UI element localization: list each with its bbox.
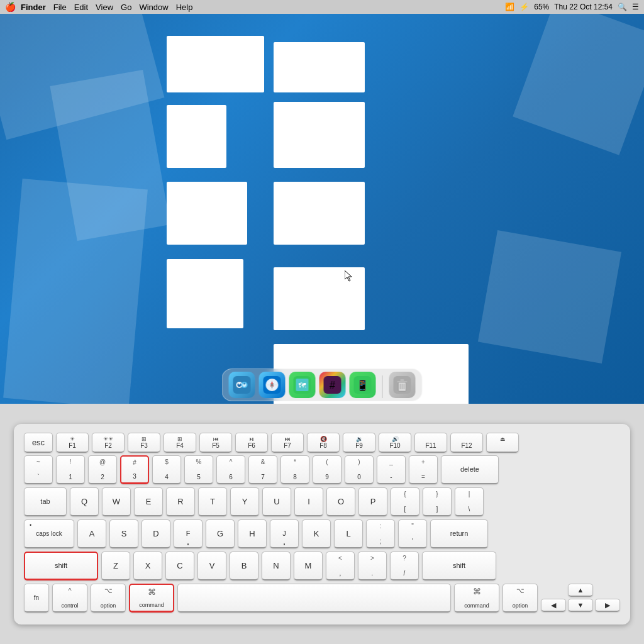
key-l[interactable]: L — [334, 519, 363, 548]
menu-view[interactable]: View — [96, 3, 113, 12]
dock-finder[interactable] — [229, 372, 255, 398]
key-command-right[interactable]: ⌘ command — [454, 584, 499, 613]
key-arrow-left[interactable]: ◀ — [541, 599, 566, 612]
key-y[interactable]: Y — [230, 487, 259, 516]
key-d[interactable]: D — [142, 519, 170, 548]
key-u[interactable]: U — [262, 487, 291, 516]
key-x[interactable]: X — [133, 552, 162, 580]
menu-edit[interactable]: Edit — [74, 3, 88, 12]
key-q[interactable]: Q — [70, 487, 99, 516]
key-f7[interactable]: ⏭F7 — [271, 433, 304, 453]
key-c[interactable]: C — [165, 552, 194, 580]
key-z[interactable]: Z — [101, 552, 130, 580]
key-f5[interactable]: ⏮F5 — [199, 433, 232, 453]
key-i[interactable]: I — [294, 487, 323, 516]
key-period[interactable]: >. — [358, 552, 387, 580]
key-eject[interactable]: ⏏ — [486, 433, 519, 453]
key-f10[interactable]: 🔊F10 — [379, 433, 411, 453]
fn-key-row: esc ☀F1 ☀☀F2 ⊞F3 ⊞F4 ⏮F5 ⏯F6 ⏭F7 🔇F8 🔉F9… — [24, 433, 620, 453]
key-f6[interactable]: ⏯F6 — [235, 433, 268, 453]
key-equals[interactable]: += — [409, 455, 438, 484]
dock-phone[interactable]: 📱 — [350, 372, 376, 398]
key-1[interactable]: !1 — [56, 455, 85, 484]
key-6[interactable]: ^6 — [216, 455, 245, 484]
key-arrow-down[interactable]: ▼ — [568, 599, 593, 612]
search-icon[interactable]: 🔍 — [618, 3, 627, 11]
key-7[interactable]: &7 — [248, 455, 277, 484]
key-f4[interactable]: ⊞F4 — [164, 433, 196, 453]
key-option-right[interactable]: ⌥ option — [502, 584, 538, 613]
dock-slack[interactable]: # — [319, 372, 346, 398]
key-m[interactable]: M — [294, 552, 323, 580]
key-shift-right[interactable]: shift — [422, 552, 496, 580]
key-space[interactable] — [177, 584, 451, 613]
key-w[interactable]: W — [102, 487, 131, 516]
apple-menu-icon[interactable]: 🍎 — [5, 2, 16, 12]
key-f9[interactable]: 🔉F9 — [343, 433, 375, 453]
key-f8[interactable]: 🔇F8 — [307, 433, 340, 453]
dock-safari[interactable] — [259, 372, 286, 398]
key-capslock[interactable]: • caps lock — [24, 519, 74, 548]
key-3[interactable]: #3 — [120, 455, 149, 484]
menubar-right: 📶 ⚡ 65% Thu 22 Oct 12:54 🔍 ☰ — [505, 3, 639, 11]
key-o[interactable]: O — [326, 487, 355, 516]
key-t[interactable]: T — [198, 487, 227, 516]
key-h[interactable]: H — [238, 519, 267, 548]
svg-rect-24 — [401, 379, 404, 381]
key-fn[interactable]: fn — [24, 584, 49, 613]
key-rbracket[interactable]: }] — [423, 487, 452, 516]
key-comma[interactable]: <, — [326, 552, 355, 580]
key-9[interactable]: (9 — [313, 455, 341, 484]
key-0[interactable]: )0 — [345, 455, 374, 484]
control-center-icon[interactable]: ☰ — [632, 3, 639, 11]
app-name[interactable]: Finder — [21, 3, 46, 12]
key-f12[interactable]: F12 — [450, 433, 483, 453]
menu-file[interactable]: File — [53, 3, 67, 12]
dock-trash[interactable] — [389, 372, 416, 398]
key-f3[interactable]: ⊞F3 — [128, 433, 160, 453]
key-f11[interactable]: F11 — [414, 433, 447, 453]
key-esc[interactable]: esc — [24, 433, 53, 453]
key-8[interactable]: *8 — [280, 455, 309, 484]
key-slash[interactable]: ?/ — [390, 552, 419, 580]
key-minus[interactable]: _- — [377, 455, 406, 484]
key-lbracket[interactable]: {[ — [391, 487, 419, 516]
key-delete[interactable]: delete — [441, 455, 499, 484]
key-r[interactable]: R — [166, 487, 195, 516]
key-a[interactable]: A — [77, 519, 106, 548]
key-f1[interactable]: ☀F1 — [56, 433, 89, 453]
key-arrow-right[interactable]: ▶ — [595, 599, 620, 612]
key-v[interactable]: V — [197, 552, 226, 580]
key-5[interactable]: %5 — [184, 455, 213, 484]
svg-rect-23 — [397, 381, 408, 382]
dock-maps[interactable]: 🗺 — [289, 372, 316, 398]
key-p[interactable]: P — [358, 487, 387, 516]
key-f[interactable]: F — [174, 519, 203, 548]
key-shift-left[interactable]: shift — [24, 552, 98, 580]
menu-window[interactable]: Window — [139, 3, 168, 12]
key-j[interactable]: J — [270, 519, 299, 548]
key-option-left[interactable]: ⌥ option — [91, 584, 126, 613]
key-arrow-up[interactable]: ▲ — [568, 584, 593, 597]
menu-help[interactable]: Help — [176, 3, 193, 12]
key-return[interactable]: return — [430, 519, 488, 548]
key-k[interactable]: K — [302, 519, 331, 548]
key-s[interactable]: S — [109, 519, 138, 548]
key-command-left[interactable]: ⌘ command — [129, 584, 174, 613]
menu-go[interactable]: Go — [121, 3, 131, 12]
key-tab[interactable]: tab — [24, 487, 67, 516]
zxcv-key-row: shift Z X C V B N M <, >. ?/ shift — [24, 552, 620, 580]
key-backslash[interactable]: |\ — [455, 487, 484, 516]
key-2[interactable]: @2 — [88, 455, 117, 484]
key-b[interactable]: B — [230, 552, 258, 580]
key-f2[interactable]: ☀☀F2 — [92, 433, 125, 453]
key-control[interactable]: ^ control — [52, 584, 87, 613]
key-quote[interactable]: "' — [398, 519, 427, 548]
key-e[interactable]: E — [134, 487, 163, 516]
key-semicolon[interactable]: :; — [366, 519, 395, 548]
number-key-row: ~` !1 @2 #3 $4 %5 ^6 &7 *8 (9 )0 _- += d… — [24, 455, 620, 484]
key-backtick[interactable]: ~` — [24, 455, 53, 484]
key-4[interactable]: $4 — [152, 455, 181, 484]
key-g[interactable]: G — [206, 519, 235, 548]
key-n[interactable]: N — [262, 552, 291, 580]
